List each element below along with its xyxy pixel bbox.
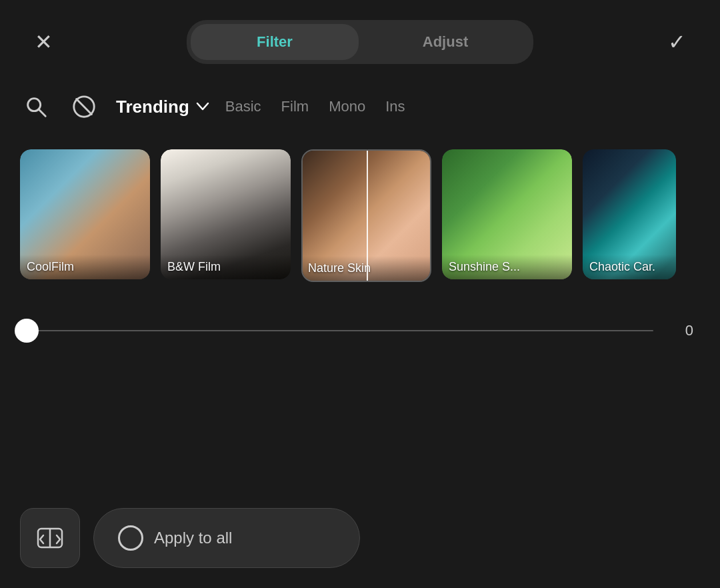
filter-tab[interactable]: Filter [191, 24, 359, 60]
filter-thumb-bwfilm: B&W Film [161, 149, 291, 279]
adjust-tab[interactable]: Adjust [361, 24, 529, 60]
filter-label-bwfilm: B&W Film [161, 255, 291, 279]
close-icon: ✕ [35, 31, 53, 53]
chevron-down-icon [196, 102, 209, 111]
filter-item-coolfilm[interactable]: CoolFilm [20, 149, 150, 282]
close-button[interactable]: ✕ [27, 25, 60, 59]
compare-icon [37, 527, 63, 549]
filter-item-bwfilm[interactable]: B&W Film [161, 149, 291, 282]
filter-thumb-coolfilm: CoolFilm [20, 149, 150, 279]
tab-switcher: Filter Adjust [187, 20, 533, 64]
filter-label-chaotic: Chaotic Car. [583, 255, 676, 279]
trending-label: Trending [116, 97, 189, 117]
basic-tab[interactable]: Basic [225, 95, 261, 118]
confirm-button[interactable]: ✓ [660, 25, 693, 59]
check-icon: ✓ [668, 29, 686, 55]
filter-item-natureskin[interactable]: Nature Skin [301, 149, 431, 282]
category-tabs: Basic Film Mono Ins [225, 95, 405, 118]
svg-line-3 [77, 99, 92, 115]
filter-thumb-sunshine: Sunshine S... [442, 149, 572, 279]
search-icon [23, 94, 49, 119]
filter-bar: Trending Basic Film Mono Ins [0, 77, 720, 136]
slider-container: 0 [27, 322, 693, 339]
no-filter-button[interactable] [68, 91, 100, 123]
filter-label-sunshine: Sunshine S... [442, 255, 572, 279]
apply-all-label: Apply to all [154, 529, 232, 547]
no-filter-icon [71, 94, 97, 119]
split-line [367, 151, 368, 281]
film-tab[interactable]: Film [281, 95, 309, 118]
apply-circle-icon [118, 525, 143, 551]
bottom-bar: Apply to all [0, 495, 720, 588]
slider-track[interactable] [27, 330, 653, 331]
trending-dropdown[interactable]: Trending [116, 97, 209, 117]
filter-label-coolfilm: CoolFilm [20, 255, 150, 279]
header: ✕ Filter Adjust ✓ [0, 0, 720, 77]
mono-tab[interactable]: Mono [329, 95, 365, 118]
slider-thumb[interactable] [15, 319, 39, 343]
search-button[interactable] [20, 91, 52, 123]
slider-value: 0 [667, 322, 693, 339]
filter-thumb-natureskin: Nature Skin [301, 151, 431, 281]
filter-thumb-chaotic: Chaotic Car. [583, 149, 676, 279]
compare-button[interactable] [20, 508, 80, 568]
svg-line-1 [39, 109, 45, 116]
filters-row: CoolFilm B&W Film Nature Skin Sunshine S… [0, 136, 720, 295]
slider-section: 0 [0, 295, 720, 353]
filter-item-sunshine[interactable]: Sunshine S... [442, 149, 572, 282]
ins-tab[interactable]: Ins [385, 95, 405, 118]
filter-item-chaotic[interactable]: Chaotic Car. [583, 149, 676, 282]
apply-all-button[interactable]: Apply to all [93, 508, 360, 568]
